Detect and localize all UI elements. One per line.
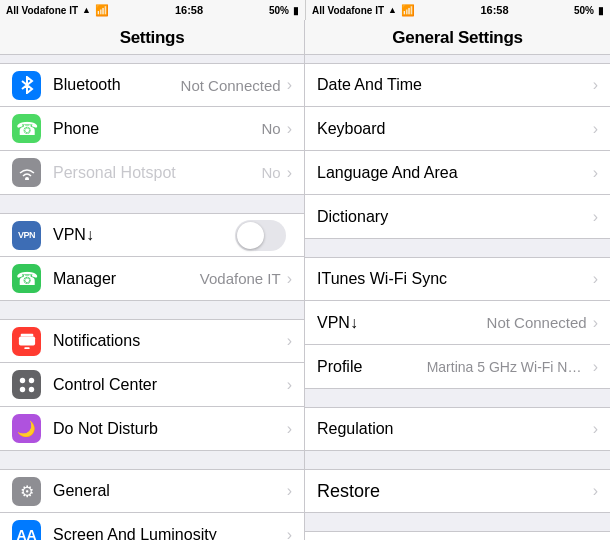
right-panel-header: General Settings <box>305 20 610 55</box>
row-itunes-wifi[interactable]: ITunes Wi-Fi Sync › <box>305 257 610 301</box>
right-panel-title: General Settings <box>392 28 522 47</box>
row-turn[interactable]: Turn <box>305 531 610 540</box>
section-network: Bluetooth Not Connected › ☎ Phone No › <box>0 63 304 195</box>
row-do-not-disturb[interactable]: 🌙 Do Not Disturb › <box>0 407 304 451</box>
itunes-wifi-label: ITunes Wi-Fi Sync <box>317 270 591 288</box>
svg-point-5 <box>28 377 33 382</box>
vpn-label: VPN↓ <box>53 226 235 244</box>
left-panel-header: Settings <box>0 20 304 55</box>
hotspot-icon <box>12 158 41 187</box>
screen-icon: AA <box>12 520 41 540</box>
vpn-right-chevron: › <box>593 314 598 332</box>
row-screen[interactable]: AA Screen And Luminosity › <box>0 513 304 540</box>
general-label: General <box>53 482 285 500</box>
manager-label: Manager <box>53 270 200 288</box>
row-control-center[interactable]: Control Center › <box>0 363 304 407</box>
hotspot-value: No <box>261 164 280 181</box>
battery-icon-right: ▮ <box>598 5 604 16</box>
svg-rect-3 <box>24 347 29 349</box>
section-regulation: Regulation › <box>305 407 610 451</box>
section-turn: Turn <box>305 531 610 540</box>
row-manager[interactable]: ☎ Manager Vodafone IT › <box>0 257 304 301</box>
row-bluetooth[interactable]: Bluetooth Not Connected › <box>0 63 304 107</box>
battery-pct-right: 50% <box>574 5 594 16</box>
time-right: 16:58 <box>480 4 508 16</box>
status-bar-right: All Vodafone IT ▲ 📶 16:58 50% ▮ <box>305 0 610 20</box>
general-chevron: › <box>287 482 292 500</box>
signal-left: ▲ <box>82 5 91 15</box>
status-bar-left: All Vodafone IT ▲ 📶 16:58 50% ▮ <box>0 0 305 20</box>
row-profile[interactable]: Profile Martina 5 GHz Wi-Fi Network › <box>305 345 610 389</box>
dictionary-label: Dictionary <box>317 208 591 226</box>
bluetooth-label: Bluetooth <box>53 76 181 94</box>
row-dictionary[interactable]: Dictionary › <box>305 195 610 239</box>
svg-point-0 <box>25 177 29 180</box>
right-panel: General Settings Date And Time › Keyboar… <box>305 20 610 540</box>
language-chevron: › <box>593 164 598 182</box>
profile-value: Martina 5 GHz Wi-Fi Network <box>427 359 587 375</box>
row-keyboard[interactable]: Keyboard › <box>305 107 610 151</box>
section-display: ⚙ General › AA Screen And Luminosity › ❋… <box>0 469 304 540</box>
phone-icon: ☎ <box>12 114 41 143</box>
row-language[interactable]: Language And Area › <box>305 151 610 195</box>
do-not-disturb-chevron: › <box>287 420 292 438</box>
battery-icon-left: ▮ <box>293 5 299 16</box>
battery-pct-left: 50% <box>269 5 289 16</box>
row-notifications[interactable]: Notifications › <box>0 319 304 363</box>
svg-point-4 <box>19 377 24 382</box>
row-vpn-right[interactable]: VPN↓ Not Connected › <box>305 301 610 345</box>
control-center-label: Control Center <box>53 376 285 394</box>
vpn-icon: VPN <box>12 221 41 250</box>
date-time-chevron: › <box>593 76 598 94</box>
notifications-label: Notifications <box>53 332 285 350</box>
phone-value: No <box>261 120 280 137</box>
row-regulation[interactable]: Regulation › <box>305 407 610 451</box>
bluetooth-chevron: › <box>287 76 292 94</box>
section-itunes: ITunes Wi-Fi Sync › VPN↓ Not Connected ›… <box>305 257 610 389</box>
svg-point-6 <box>19 386 24 391</box>
keyboard-label: Keyboard <box>317 120 591 138</box>
phone-chevron: › <box>287 120 292 138</box>
row-general[interactable]: ⚙ General › <box>0 469 304 513</box>
signal-right: ▲ <box>388 5 397 15</box>
do-not-disturb-label: Do Not Disturb <box>53 420 285 438</box>
row-phone[interactable]: ☎ Phone No › <box>0 107 304 151</box>
row-vpn[interactable]: VPN VPN↓ <box>0 213 304 257</box>
section-controls: Notifications › Control Center › 🌙 Do N <box>0 319 304 451</box>
phone-label: Phone <box>53 120 261 138</box>
notifications-icon <box>12 327 41 356</box>
svg-rect-1 <box>20 334 33 337</box>
status-bar: All Vodafone IT ▲ 📶 16:58 50% ▮ All Voda… <box>0 0 610 20</box>
dictionary-chevron: › <box>593 208 598 226</box>
regulation-chevron: › <box>593 420 598 438</box>
row-date-time[interactable]: Date And Time › <box>305 63 610 107</box>
manager-icon: ☎ <box>12 264 41 293</box>
section-restore: Restore › <box>305 469 610 513</box>
row-hotspot[interactable]: Personal Hotspot No › <box>0 151 304 195</box>
restore-label: Restore <box>317 481 591 502</box>
time-left: 16:58 <box>175 4 203 16</box>
section-general-settings: Date And Time › Keyboard › Language And … <box>305 63 610 239</box>
main-content: Settings Bluetooth Not Connected › ☎ Pho… <box>0 20 610 540</box>
screen-chevron: › <box>287 526 292 541</box>
vpn-right-value: Not Connected <box>487 314 587 331</box>
section-vpn: VPN VPN↓ ☎ Manager Vodafone IT › <box>0 213 304 301</box>
manager-value: Vodafone IT <box>200 270 281 287</box>
language-label: Language And Area <box>317 164 591 182</box>
do-not-disturb-icon: 🌙 <box>12 414 41 443</box>
wifi-right: 📶 <box>401 4 415 17</box>
notifications-chevron: › <box>287 332 292 350</box>
bluetooth-value: Not Connected <box>181 77 281 94</box>
manager-chevron: › <box>287 270 292 288</box>
keyboard-chevron: › <box>593 120 598 138</box>
regulation-label: Regulation <box>317 420 591 438</box>
svg-point-7 <box>28 386 33 391</box>
restore-chevron: › <box>593 482 598 500</box>
wifi-left: 📶 <box>95 4 109 17</box>
hotspot-chevron: › <box>287 164 292 182</box>
screen-label: Screen And Luminosity <box>53 526 285 541</box>
row-restore[interactable]: Restore › <box>305 469 610 513</box>
date-time-label: Date And Time <box>317 76 591 94</box>
left-panel: Settings Bluetooth Not Connected › ☎ Pho… <box>0 20 305 540</box>
vpn-toggle[interactable] <box>235 220 286 251</box>
